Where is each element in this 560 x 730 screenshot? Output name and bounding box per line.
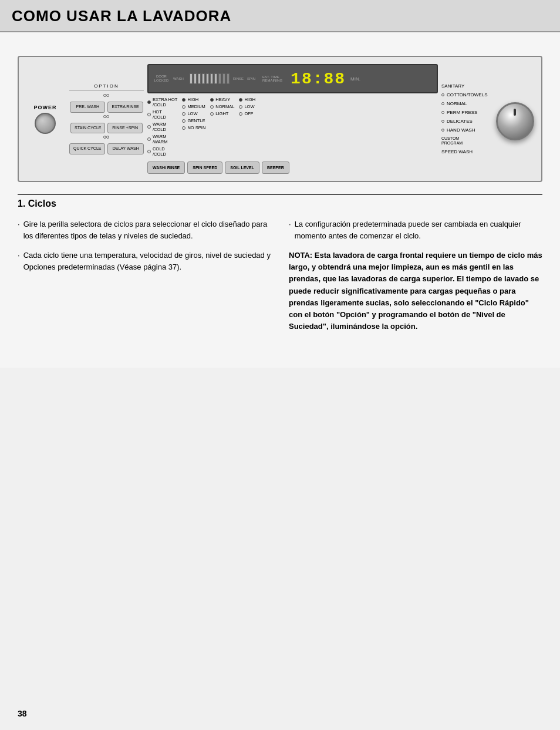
stain-cycle-button[interactable]: STAIN CYCLE — [70, 123, 105, 133]
prog-bar-2 — [194, 73, 197, 84]
page-number: 38 — [18, 709, 27, 718]
option-dots-row3 — [103, 136, 109, 139]
spin-nospin-item: NO SPIN — [182, 125, 205, 130]
prog-bar-10 — [227, 73, 230, 84]
section-heading: Ciclos — [28, 199, 56, 208]
display-screen: DOORLOCKED WASH RINSE — [147, 64, 438, 93]
dot-6 — [106, 136, 109, 139]
extra-high-label: HIGH — [244, 97, 255, 102]
quick-cycle-button[interactable]: QUICK CYCLE — [69, 143, 105, 154]
extra-high-item: HIGH — [239, 97, 255, 102]
washer-diagram: POWER OPTION PRE- WASH EXTRA RINSE — [18, 56, 542, 182]
hot-cold-item: HOT/COLD — [147, 109, 178, 120]
rinse-label-display: RINSE — [233, 77, 244, 80]
prog-bar-5 — [206, 73, 209, 84]
option-buttons-grid: PRE- WASH EXTRA RINSE — [70, 102, 143, 112]
cold-cold-label: COLD/COLD — [153, 146, 166, 157]
dial-speed-wash-label: SPEED WASH — [441, 149, 473, 154]
soil-level-button[interactable]: SOIL LEVEL — [225, 162, 259, 174]
spin-gentle-label: GENTLE — [187, 118, 205, 123]
dial-handwash-dot — [441, 129, 444, 132]
spin-medium-item: MEDIUM — [182, 104, 205, 109]
cycle-selector-dial[interactable] — [496, 102, 534, 140]
prog-bar-8 — [218, 73, 221, 84]
bullet-3: · La configuración predeterminada puede … — [289, 218, 542, 241]
spin-nospin-label: NO SPIN — [187, 125, 205, 130]
dial-custom: CUSTOMPROGRAM — [441, 136, 488, 146]
extra-low-item: LOW — [239, 104, 255, 109]
bullet-dot-1: · — [18, 218, 20, 241]
dial-normal: NORMAL — [441, 101, 488, 106]
prog-bar-1 — [190, 73, 193, 84]
dial-sanitary: SANITARY — [441, 83, 488, 89]
col-right: · La configuración predeterminada puede … — [289, 218, 542, 332]
warm-cold-label: WARM/COLD — [153, 122, 166, 132]
dial-delicates-label: DELICATES — [447, 119, 473, 124]
beeper-button[interactable]: BEEPER — [262, 162, 289, 174]
dot-2 — [106, 94, 109, 97]
rinse-spin-button[interactable]: RINSE +SPIN — [107, 123, 142, 133]
radio-soil-light — [210, 112, 214, 116]
warm-warm-label: WARM/WARM — [153, 134, 168, 144]
bullet-2-text: Cada ciclo tiene una temperatura, veloci… — [23, 250, 271, 273]
spin-speed-button[interactable]: SPIN SPEED — [187, 162, 222, 174]
option-buttons-grid2: STAIN CYCLE RINSE +SPIN — [70, 123, 143, 133]
radio-spin-gentle — [182, 119, 185, 123]
prog-bar-7 — [214, 73, 217, 84]
dial-labels: SANITARY COTTON/TOWELS NORMAL PERM PRESS — [441, 83, 488, 155]
spin-speed-col: HIGH MEDIUM LOW GENTLE — [182, 97, 205, 157]
progress-bars — [190, 73, 230, 84]
wash-temp-col: EXTRA HOT/COLD HOT/COLD WARM/COLD W — [147, 97, 178, 157]
bullet-3-text: La configuración predeterminada puede se… — [295, 218, 542, 241]
bullet-dot-2: · — [18, 250, 20, 273]
hot-cold-label: HOT/COLD — [153, 109, 166, 120]
wash-rinse-button[interactable]: WASH/ RINSE — [147, 162, 185, 174]
page-content: POWER OPTION PRE- WASH EXTRA RINSE — [0, 32, 560, 368]
section-number: 1. — [18, 199, 25, 208]
radio-warm-warm — [147, 137, 151, 141]
spin-high-item: HIGH — [182, 97, 205, 102]
soil-level-col: HEAVY NORMAL LIGHT — [210, 97, 234, 157]
wash-label-display: WASH — [173, 77, 184, 80]
min-label: MIN. — [350, 76, 360, 82]
prog-bar-9 — [222, 73, 225, 84]
dial-normal-dot — [441, 102, 444, 105]
prog-bar-6 — [210, 73, 213, 84]
time-display: 18:88 — [291, 70, 346, 88]
power-label: POWER — [33, 105, 56, 110]
radio-warm-cold — [147, 125, 151, 129]
dial-perm-press: PERM PRESS — [441, 110, 488, 115]
option-title: OPTION — [69, 83, 144, 90]
bullet-dot-3: · — [289, 218, 291, 241]
pre-wash-button[interactable]: PRE- WASH — [70, 102, 105, 112]
section-divider: 1. Ciclos — [18, 194, 542, 209]
extra-rinse-button[interactable]: EXTRA RINSE — [107, 102, 143, 112]
dial-perm-label: PERM PRESS — [447, 110, 477, 115]
extra-hot-label: EXTRA HOT/COLD — [153, 97, 178, 107]
est-time-label: EST. TIMEREMAINING — [262, 75, 282, 82]
dial-cotton-label: COTTON/TOWELS — [447, 92, 488, 97]
extra-option-col: HIGH LOW OFF — [239, 97, 255, 157]
power-button[interactable] — [35, 113, 56, 134]
page-wrapper: COMO USAR LA LAVADORA POWER OPTION PRE- … — [0, 0, 560, 730]
section-title: 1. Ciclos — [18, 199, 542, 209]
panel-options: OPTION PRE- WASH EXTRA RINSE STAIN CYCLE… — [69, 83, 144, 154]
door-locked-indicator: DOORLOCKED — [153, 75, 170, 83]
radio-spin-nospin — [182, 126, 185, 130]
radio-spin-low — [182, 112, 185, 116]
bullet-1-text: Gire la perilla selectora de ciclos para… — [23, 218, 271, 241]
bullet-1: · Gire la perilla selectora de ciclos pa… — [18, 218, 271, 241]
prog-bar-4 — [202, 73, 205, 84]
dial-delicates-dot — [441, 120, 444, 123]
radio-extra-hot — [147, 100, 151, 104]
cold-cold-item: COLD/COLD — [147, 146, 178, 157]
dial-normal-label: NORMAL — [447, 101, 467, 106]
dial-sanitary-label: SANITARY — [441, 83, 464, 89]
nota-block: NOTA: Esta lavadora de carga frontal req… — [289, 250, 542, 332]
dial-hand-wash: HAND WASH — [441, 127, 488, 133]
dial-speed-wash: SPEED WASH — [441, 149, 488, 154]
page-header: COMO USAR LA LAVADORA — [0, 0, 560, 32]
delay-wash-button[interactable]: DELAY WASH — [107, 143, 143, 154]
spin-medium-label: MEDIUM — [187, 104, 205, 109]
radio-spin-medium — [182, 105, 185, 109]
